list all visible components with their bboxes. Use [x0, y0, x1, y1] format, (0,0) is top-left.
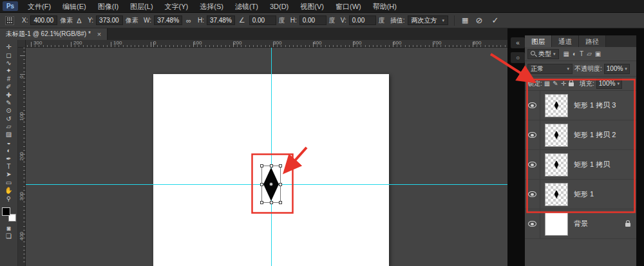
menu-item[interactable]: 编辑(E)	[57, 3, 92, 10]
layer-row[interactable]: 矩形 1 拷贝 2	[525, 120, 636, 150]
pen-tool[interactable]: ✒	[1, 155, 17, 162]
gradient-tool[interactable]: ▨	[1, 131, 17, 138]
menu-item[interactable]: 文件(F)	[22, 3, 57, 10]
dock-panel-icon[interactable]: ○	[511, 52, 525, 63]
layer-thumbnail[interactable]	[545, 213, 568, 236]
lasso-tool[interactable]: ∿	[1, 59, 17, 67]
transform-handle-top-middle[interactable]	[270, 164, 273, 167]
visibility-toggle[interactable]	[525, 150, 540, 179]
layer-row[interactable]: 背景	[525, 209, 636, 239]
panel-tab[interactable]: 通道	[552, 35, 579, 47]
panel-tab[interactable]: 路径	[579, 35, 606, 47]
filter-shape-layers-icon[interactable]: ▱	[587, 50, 592, 57]
dodge-tool[interactable]: ◐	[1, 147, 17, 155]
brush-tool[interactable]: ✎	[1, 99, 17, 107]
horizontal-ruler[interactable]: 3002001000100200300400500600700800	[26, 40, 507, 48]
lock-all-icon[interactable]	[569, 82, 574, 86]
width-input[interactable]: 37.48%	[154, 15, 182, 25]
v-skew-input[interactable]: 0.00	[349, 15, 376, 25]
cancel-transform-button[interactable]: ⊘	[472, 15, 486, 25]
document-tab[interactable]: 未标题-1 @ 62.1%(RGB/8#) * ×	[0, 28, 108, 40]
filter-adjustment-layers-icon[interactable]: ◐	[573, 50, 576, 57]
menu-item[interactable]: 3D(D)	[264, 3, 294, 10]
layer-thumbnail[interactable]	[545, 153, 568, 176]
layer-row[interactable]: 矩形 1 拷贝	[525, 150, 636, 180]
clone-stamp-tool[interactable]: ⊙	[1, 107, 17, 115]
visibility-toggle[interactable]	[525, 120, 540, 149]
history-brush-tool[interactable]: ↺	[1, 115, 17, 123]
eyedropper-tool[interactable]: ✐	[1, 83, 17, 91]
transform-handle-bottom-left[interactable]	[260, 201, 263, 204]
zoom-tool[interactable]: ⚲	[1, 195, 17, 202]
layer-thumbnail[interactable]	[545, 94, 568, 117]
transform-handle-top-right[interactable]	[279, 164, 282, 167]
visibility-toggle[interactable]	[525, 209, 540, 238]
menu-item[interactable]: 选择(S)	[194, 3, 229, 10]
relative-position-toggle[interactable]: ∆	[75, 17, 82, 24]
quick-mask-mode-icon[interactable]: ◙	[1, 225, 17, 233]
filter-kind-select[interactable]: 类型 ▾	[527, 49, 559, 59]
lock-pixels-icon[interactable]: ✎	[553, 80, 558, 87]
y-input[interactable]: 373.00	[96, 15, 123, 25]
canvas-area[interactable]	[26, 48, 507, 266]
commit-transform-button[interactable]: ✓	[488, 15, 502, 25]
panel-tab[interactable]: 图层	[525, 35, 552, 47]
app-logo-icon[interactable]: Ps	[3, 1, 18, 11]
filter-type-layers-icon[interactable]: T	[580, 50, 583, 57]
h-skew-input[interactable]: 0.00	[299, 15, 327, 25]
foreground-color-swatch[interactable]	[2, 207, 10, 216]
x-input[interactable]: 400.00	[30, 15, 57, 25]
type-tool[interactable]: T	[1, 163, 17, 171]
opacity-select[interactable]: 100% ▾	[604, 64, 630, 74]
vertical-guide[interactable]	[271, 48, 272, 266]
eraser-tool[interactable]: ▱	[1, 123, 17, 131]
visibility-toggle[interactable]	[525, 91, 540, 120]
layer-thumbnail[interactable]	[545, 124, 568, 147]
menu-item[interactable]: 滤镜(T)	[229, 3, 264, 10]
layer-thumbnail[interactable]	[545, 183, 568, 206]
blend-mode-select[interactable]: 正常 ▾	[527, 64, 573, 74]
path-selection-tool[interactable]: ➤	[1, 171, 17, 178]
transform-handle-top-left[interactable]	[260, 164, 263, 167]
layer-row[interactable]: 矩形 1	[525, 180, 636, 209]
transform-handle-middle-left[interactable]	[260, 183, 263, 186]
transform-bounding-box[interactable]	[261, 166, 281, 203]
options-bar: X: 400.00 像素 ∆ Y: 373.00 像素 W: 37.48% ∞ …	[0, 13, 644, 28]
menu-item[interactable]: 窗口(W)	[330, 3, 367, 10]
reference-point-locator[interactable]	[5, 16, 14, 25]
transform-handle-bottom-middle[interactable]	[270, 201, 273, 204]
menu-item[interactable]: 文字(Y)	[159, 3, 194, 10]
fill-select[interactable]: 100% ▾	[596, 79, 622, 89]
layer-row[interactable]: 矩形 1 拷贝 3	[525, 91, 636, 120]
menu-item[interactable]: 帮助(H)	[367, 3, 402, 10]
transform-reference-point[interactable]	[269, 182, 273, 186]
interpolation-select[interactable]: 两次立方 ▾	[408, 15, 449, 25]
vertical-ruler[interactable]: 0100200300400	[18, 48, 26, 266]
quick-selection-tool[interactable]: ✦	[1, 67, 17, 75]
filter-pixel-layers-icon[interactable]: ▦	[564, 50, 569, 57]
expand-panels-icon[interactable]: «	[511, 37, 525, 48]
lock-position-icon[interactable]: ✛	[561, 80, 566, 87]
close-tab-icon[interactable]: ×	[97, 30, 101, 38]
hand-tool[interactable]: ✋	[1, 187, 17, 195]
lock-transparency-icon[interactable]: ▦	[544, 80, 550, 87]
blur-tool[interactable]: ◒	[1, 139, 17, 147]
move-tool[interactable]: ✛	[1, 43, 17, 51]
transform-handle-middle-right[interactable]	[279, 183, 282, 186]
chevron-down-icon: ▾	[442, 18, 445, 23]
spot-healing-brush-tool[interactable]: ✚	[1, 91, 17, 99]
height-input[interactable]: 37.48%	[207, 15, 235, 25]
crop-tool[interactable]: #	[1, 75, 17, 83]
maintain-aspect-link-icon[interactable]: ∞	[185, 17, 193, 24]
rotation-input[interactable]: 0.00	[249, 15, 276, 25]
menu-item[interactable]: 视图(V)	[294, 3, 330, 10]
visibility-toggle[interactable]	[525, 180, 540, 209]
menu-item[interactable]: 图像(I)	[92, 3, 124, 10]
rectangular-marquee-tool[interactable]: ◻	[1, 51, 17, 59]
warp-mode-toggle[interactable]: ▦	[460, 16, 469, 24]
screen-mode-icon[interactable]: ❏	[1, 233, 17, 240]
filter-smart-objects-icon[interactable]: ▣	[595, 50, 601, 57]
menu-item[interactable]: 图层(L)	[124, 3, 158, 10]
shape-tool[interactable]: ▭	[1, 179, 17, 187]
transform-handle-bottom-right[interactable]	[279, 201, 282, 204]
